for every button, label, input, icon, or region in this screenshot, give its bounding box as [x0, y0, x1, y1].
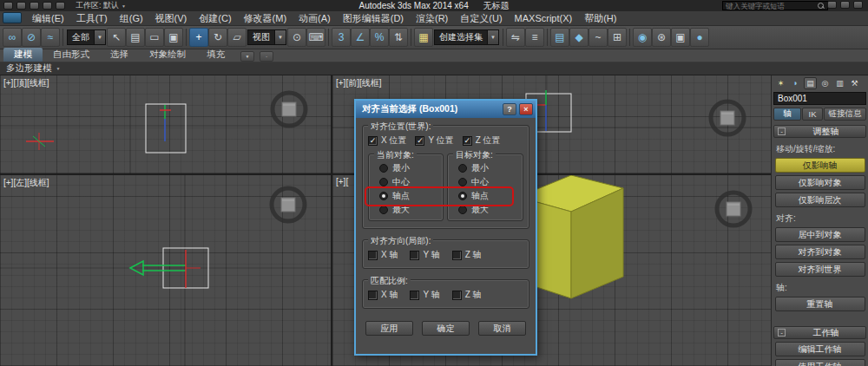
display-tab-icon[interactable]: ▥	[833, 77, 846, 89]
search-input[interactable]	[726, 2, 815, 10]
working-pivot-rollout-header[interactable]: - 工作轴	[773, 326, 866, 339]
menu-help[interactable]: 帮助(H)	[578, 11, 622, 25]
rendered-frame-window-icon[interactable]: ▣	[671, 28, 690, 47]
spinner-snap-icon[interactable]: ⇅	[389, 28, 408, 47]
viewport-left-label[interactable]: [+][左][线框]	[3, 177, 49, 189]
layer-manager-icon[interactable]: ▤	[550, 28, 569, 47]
align-dialog-titlebar[interactable]: 对齐当前选择 (Box001) ? ×	[356, 101, 536, 118]
hierarchy-tab-icon[interactable]: ▤	[804, 77, 817, 89]
reset-pivot-button[interactable]: 重置轴	[775, 297, 865, 311]
window-crossing-icon[interactable]: ▣	[164, 28, 183, 47]
select-and-move-icon[interactable]: +	[189, 28, 208, 47]
select-and-scale-icon[interactable]: ▱	[227, 28, 247, 47]
menu-maxscript[interactable]: MAXScript(X)	[509, 11, 579, 25]
pivot-subtab[interactable]: 轴	[773, 108, 801, 121]
select-and-rotate-icon[interactable]: ↻	[208, 28, 227, 47]
adjust-pivot-rollout-header[interactable]: - 调整轴	[773, 125, 866, 138]
z-axis-checkbox[interactable]: Z 轴	[452, 249, 482, 261]
favorites-icon[interactable]	[853, 1, 863, 9]
ribbon-tab-modeling[interactable]: 建模	[3, 48, 43, 62]
viewport-left[interactable]: [+][左][线框]	[0, 175, 331, 366]
create-tab-icon[interactable]: ✶	[774, 77, 787, 89]
communication-center-icon[interactable]	[840, 1, 850, 9]
snap-toggle-icon[interactable]: 3	[332, 28, 351, 47]
angle-snap-icon[interactable]: ∠	[351, 28, 370, 47]
application-menu-icon[interactable]	[3, 12, 22, 23]
use-working-pivot-button[interactable]: 使用工作轴	[775, 359, 865, 366]
new-file-icon[interactable]	[3, 2, 13, 10]
select-and-link-icon[interactable]: ∞	[3, 28, 22, 47]
menu-graph-editors[interactable]: 图形编辑器(D)	[337, 11, 410, 25]
percent-snap-icon[interactable]: %	[370, 28, 389, 47]
schematic-view-icon[interactable]: ⊞	[608, 28, 627, 47]
rotation-ring-gizmo[interactable]	[711, 101, 744, 134]
polygon-modeling-panel[interactable]: 多边形建模	[6, 62, 52, 75]
redo-icon[interactable]	[56, 2, 65, 10]
x-position-checkbox[interactable]: ✓ X 位置	[368, 134, 406, 147]
ribbon-tab-object-paint[interactable]: 对象绘制	[139, 48, 196, 62]
current-minimum-radio[interactable]: 最小	[379, 161, 439, 175]
viewport-front-label[interactable]: [+][前][线框]	[336, 77, 382, 89]
menu-views[interactable]: 视图(V)	[149, 11, 194, 25]
scale-x-axis-checkbox[interactable]: X 轴	[368, 289, 398, 301]
rotation-ring-gizmo[interactable]	[717, 193, 750, 225]
x-axis-checkbox[interactable]: X 轴	[368, 249, 398, 261]
select-by-name-icon[interactable]: ▤	[126, 28, 145, 47]
align-to-object-button[interactable]: 对齐到对象	[775, 245, 865, 259]
mirror-icon[interactable]: ⇋	[506, 28, 525, 47]
render-production-icon[interactable]: ●	[690, 28, 709, 47]
unlink-selection-icon[interactable]: ⊘	[22, 28, 41, 47]
scale-y-axis-checkbox[interactable]: Y 轴	[410, 289, 439, 301]
affect-object-only-button[interactable]: 仅影响对象	[775, 175, 865, 190]
y-axis-checkbox[interactable]: Y 轴	[410, 249, 439, 261]
close-icon[interactable]: ×	[519, 103, 533, 115]
motion-tab-icon[interactable]: ◎	[819, 77, 832, 89]
ik-subtab[interactable]: IK	[802, 108, 823, 121]
edit-working-pivot-button[interactable]: 编辑工作轴	[775, 342, 865, 356]
affect-pivot-only-button[interactable]: 仅影响轴	[775, 158, 865, 173]
menu-edit[interactable]: 编辑(E)	[26, 11, 70, 25]
ribbon-tab-populate[interactable]: 填充	[196, 48, 235, 62]
viewport-top[interactable]: [+][顶][线框]	[0, 75, 331, 173]
use-pivot-center-icon[interactable]: ⊙	[287, 28, 306, 47]
rotation-ring-gizmo[interactable]	[272, 188, 305, 221]
keyboard-shortcut-override-icon[interactable]: ⌨	[306, 28, 326, 47]
viewport-top-label[interactable]: [+][顶][线框]	[3, 77, 49, 89]
modify-tab-icon[interactable]: ◗	[789, 77, 802, 89]
align-to-world-button[interactable]: 对齐到世界	[775, 262, 865, 277]
rectangular-selection-region-icon[interactable]: ▭	[145, 28, 164, 47]
target-minimum-radio[interactable]: 最小	[458, 161, 519, 175]
rotation-ring-gizmo[interactable]	[273, 93, 306, 126]
edit-named-selection-sets-icon[interactable]: ▦	[414, 28, 433, 47]
menu-tools[interactable]: 工具(T)	[70, 11, 114, 25]
scale-z-axis-checkbox[interactable]: Z 轴	[452, 289, 482, 301]
bind-to-space-warp-icon[interactable]: ≈	[41, 28, 60, 47]
menu-customize[interactable]: 自定义(U)	[454, 11, 508, 25]
cancel-button[interactable]: 取消	[478, 321, 526, 336]
render-setup-icon[interactable]: ⊛	[652, 28, 671, 47]
reference-coordinate-dropdown[interactable]: 视图 ▼	[247, 29, 286, 45]
graphite-ribbon-toggle-icon[interactable]: ◆	[569, 28, 589, 47]
box-object[interactable]	[727, 202, 740, 216]
curve-editor-icon[interactable]: ~	[589, 28, 608, 47]
align-icon[interactable]: ≡	[525, 28, 544, 47]
box-object[interactable]	[720, 111, 734, 125]
workspace-selector[interactable]: 工作区: 默认 ▼	[76, 0, 126, 11]
ribbon-tab-freeform[interactable]: 自由形式	[43, 48, 100, 62]
menu-group[interactable]: 组(G)	[114, 11, 149, 25]
selection-filter-dropdown[interactable]: 全部 ▼	[67, 29, 106, 45]
box-object[interactable]	[282, 102, 296, 116]
move-gizmo[interactable]	[130, 250, 201, 288]
named-selection-set-dropdown[interactable]: 创建选择集 ▼	[434, 29, 499, 45]
viewport-perspective-label[interactable]: [+][	[336, 177, 348, 186]
menu-animation[interactable]: 动画(A)	[293, 11, 337, 25]
ok-button[interactable]: 确定	[422, 321, 470, 336]
material-editor-icon[interactable]: ◉	[633, 28, 652, 47]
open-file-icon[interactable]	[16, 2, 26, 10]
ribbon-options-icon[interactable]: ▼	[240, 51, 254, 62]
z-position-checkbox[interactable]: ✓ Z 位置	[463, 134, 501, 147]
search-icon[interactable]	[818, 3, 825, 10]
help-icon[interactable]: ?	[503, 103, 516, 115]
menu-modifiers[interactable]: 修改器(M)	[238, 11, 293, 25]
axis-tripod-gizmo[interactable]	[160, 105, 171, 141]
